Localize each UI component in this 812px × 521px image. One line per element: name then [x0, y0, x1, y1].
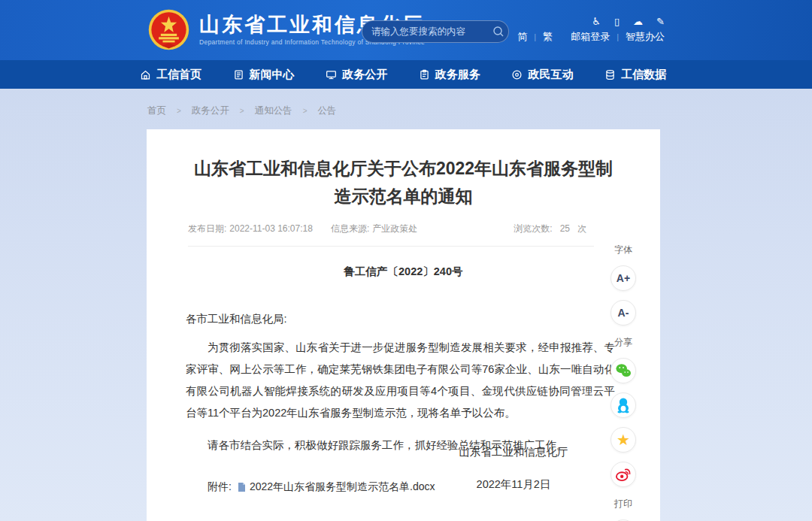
nav-item-interaction[interactable]: 政民互动 — [511, 68, 573, 82]
breadcrumb-home[interactable]: 首页 — [147, 105, 166, 117]
database-icon — [604, 69, 616, 80]
info-source: 信息来源:产业政策处 — [331, 223, 420, 235]
attachment-link[interactable]: 2022年山东省服务型制造示范名单.docx — [250, 480, 435, 494]
smart-office-link[interactable]: 智慧办公 — [626, 30, 665, 44]
share-wechat-button[interactable] — [611, 358, 636, 383]
traditional-chinese-link[interactable]: 繁 — [543, 30, 553, 44]
qq-icon — [616, 397, 631, 413]
wechat-icon — [615, 363, 632, 378]
font-increase-button[interactable]: A+ — [611, 265, 636, 291]
news-icon — [233, 69, 244, 80]
tools-rail: 字体 A+ A- 分享 ★ — [601, 233, 645, 521]
document-number: 鲁工信产〔2022〕240号 — [147, 265, 660, 279]
search-input[interactable] — [371, 26, 492, 37]
nav-item-label: 工信首页 — [156, 68, 201, 82]
breadcrumb-notices[interactable]: 通知公告 — [255, 105, 292, 117]
breadcrumb-separator: > — [240, 107, 244, 115]
divider — [559, 32, 564, 41]
qzone-star-icon: ★ — [617, 432, 630, 447]
article-title: 山东省工业和信息化厅关于公布2022年山东省服务型制造示范名单的通知 — [187, 155, 620, 211]
font-size-label: 字体 — [601, 244, 645, 256]
breadcrumb-gov-disclosure[interactable]: 政务公开 — [192, 105, 229, 117]
document-file-icon — [238, 483, 246, 492]
publish-date: 发布日期:2022-11-03 16:07:18 — [188, 223, 316, 235]
salutation: 各市工业和信息化局: — [186, 312, 615, 326]
article-card: 山东省工业和信息化厅关于公布2022年山东省服务型制造示范名单的通知 发布日期:… — [147, 129, 660, 521]
simplified-chinese-link[interactable]: 简 — [517, 30, 527, 44]
mail-login-link[interactable]: 邮箱登录 — [571, 30, 610, 44]
divider: | — [534, 32, 536, 41]
share-qq-button[interactable] — [611, 392, 636, 418]
attachment-label: 附件: — [208, 480, 232, 494]
nav-item-label: 政务服务 — [435, 68, 480, 82]
header-utility-links: 简 | 繁 邮箱登录 | 智慧办公 — [517, 30, 665, 44]
national-emblem-icon — [147, 8, 190, 51]
monitor-icon — [326, 69, 337, 80]
breadcrumb: 首页 > 政务公开 > 通知公告 > 公告 — [147, 105, 337, 117]
view-count: 浏览次数:25次 — [514, 223, 594, 235]
signature-block: 山东省工业和信息化厅 2022年11月2日 — [435, 445, 592, 492]
accessibility-icon[interactable]: ♿ — [592, 17, 601, 27]
share-label: 分享 — [601, 336, 645, 349]
signature-org: 山东省工业和信息化厅 — [435, 445, 592, 459]
clipboard-icon — [419, 69, 430, 80]
share-weibo-button[interactable] — [611, 462, 636, 487]
nav-item-label: 新闻中心 — [250, 68, 295, 82]
share-qzone-button[interactable]: ★ — [611, 427, 636, 453]
home-icon — [140, 69, 151, 80]
nav-item-gov-services[interactable]: 政务服务 — [419, 68, 480, 82]
article-meta: 发布日期:2022-11-03 16:07:18 信息来源:产业政策处 浏览次数… — [188, 223, 594, 247]
nav-item-label: 政民互动 — [528, 68, 573, 82]
nav-item-home[interactable]: 工信首页 — [140, 68, 201, 82]
nav-item-gov-disclosure[interactable]: 政务公开 — [326, 68, 387, 82]
body-paragraph: 为贯彻落实国家、山东省关于进一步促进服务型制造发展相关要求，经申报推荐、专家评审… — [186, 337, 615, 424]
font-decrease-button[interactable]: A- — [611, 300, 636, 326]
site-header: 山东省工业和信息化厅 Department of Industry and In… — [0, 0, 812, 60]
service-cloud-icon[interactable]: ☁ — [633, 17, 643, 27]
breadcrumb-announcement[interactable]: 公告 — [318, 105, 337, 117]
nav-item-label: 工信数据 — [621, 68, 666, 82]
search-box[interactable] — [362, 20, 509, 43]
mobile-icon[interactable]: ▯ — [614, 17, 620, 27]
breadcrumb-separator: > — [303, 107, 308, 115]
nav-item-label: 政务公开 — [342, 68, 387, 82]
breadcrumb-separator: > — [177, 107, 181, 115]
nav-item-data[interactable]: 工信数据 — [604, 68, 666, 82]
search-icon[interactable] — [492, 26, 504, 38]
signature-date: 2022年11月2日 — [435, 477, 592, 492]
header-utility-icons: ♿ ▯ ☁ ✎ — [592, 17, 665, 27]
print-label: 打印 — [601, 498, 645, 510]
edit-pen-icon[interactable]: ✎ — [656, 17, 665, 27]
divider: | — [617, 32, 619, 41]
main-nav: 工信首页 新闻中心 政务公开 政务服务 政民互动 工信数据 — [0, 60, 812, 89]
interaction-icon — [511, 69, 523, 80]
nav-item-news[interactable]: 新闻中心 — [233, 68, 295, 82]
weibo-icon — [615, 467, 632, 482]
